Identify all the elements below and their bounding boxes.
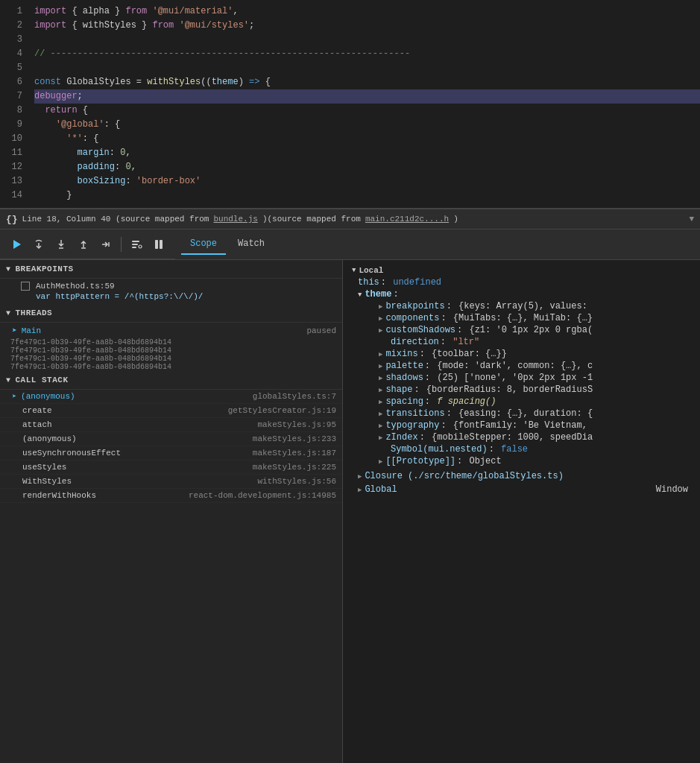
callstack-list: ➤(anonymous)globalStyles.ts:7creategetSt… [0,390,342,503]
scope-this-val: undefined [393,277,441,288]
breakpoints-header[interactable]: Breakpoints [0,260,342,279]
callstack-fn-1: create [22,406,52,415]
scope-shape-colon: : [414,384,424,395]
scope-theme-colon: : [393,289,398,300]
controls-divider [121,237,122,252]
step-into-button[interactable] [51,234,72,255]
scope-closure: ▶ Closure (./src/theme/globalStyles.ts) [349,470,694,482]
scope-symbol: Symbol(mui.nested) : false [370,443,694,455]
scope-mix-tri[interactable]: ▶ [379,350,382,358]
scope-shad-val: (25) ['none', '0px 2px 1px -1 [437,373,593,383]
callstack-item-7[interactable]: renderWithHooksreact-dom.development.js:… [0,489,342,503]
scope-pal-tri[interactable]: ▶ [379,362,382,370]
svg-marker-0 [13,240,21,249]
callstack-item-3[interactable]: (anonymous)makeStyles.js:233 [0,432,342,446]
step-over-button[interactable] [28,234,49,255]
scope-shadows: ▶ shadows : (25) ['none', '0px 2px 1px -… [370,372,694,384]
scope-closure-tri[interactable]: ▶ [358,472,362,481]
scope-components: ▶ components : {MuiTabs: {…}, MuiTab: {…… [370,312,694,324]
status-brackets: {} [6,214,18,225]
scope-mix-colon: : [420,349,430,359]
scope-typo-colon: : [441,420,451,431]
thread-id-1: 7fe479c1-0b39-49fe-aa8b-048bd6894b14 [0,338,342,346]
scope-comp-tri[interactable]: ▶ [379,314,382,323]
breakpoints-arrow [6,265,11,273]
callstack-item-6[interactable]: WithStyleswithStyles.js:56 [0,475,342,489]
callstack-item-5[interactable]: useStylesmakeStyles.js:225 [0,460,342,475]
svg-rect-6 [155,240,158,249]
scope-theme-tri[interactable]: ▼ [358,291,362,299]
breakpoints-title: Breakpoints [16,265,74,273]
scope-comp-val: {MuiTabs: {…}, MuiTab: {…} [453,313,593,323]
callstack-file-1: getStylesCreator.js:19 [228,406,336,415]
callstack-fn-5: useStyles [22,463,66,472]
breakpoint-checkbox[interactable] [21,282,30,291]
scope-global-tri[interactable]: ▶ [358,486,362,494]
threads-header[interactable]: Threads [0,304,342,323]
pause-button[interactable] [148,234,169,255]
scope-trans-tri[interactable]: ▶ [379,410,382,418]
code-line-9: '@global': { [34,118,700,132]
edit-button[interactable] [126,234,147,255]
scope-global-val: Window [656,484,688,495]
scope-sym-val: false [501,444,528,455]
scope-trans-colon: : [447,408,457,419]
resume-button[interactable] [6,234,27,255]
right-panel: ▼ Local this : undefined ▼ theme : ▶ bre… [343,260,700,763]
callstack-item-4[interactable]: useSynchronousEffectmakeStyles.js:187 [0,446,342,460]
scope-proto-val: Object [469,456,501,466]
scope-typo-tri[interactable]: ▶ [379,422,382,430]
scope-bp-tri[interactable]: ▶ [379,303,382,311]
callstack-item-0[interactable]: ➤(anonymous)globalStyles.ts:7 [0,390,342,404]
code-line-2: import { withStyles } from '@mui/styles'… [34,19,700,33]
code-line-14: } [34,189,700,203]
callstack-fn-3: (anonymous) [22,434,77,443]
scope-shape: ▶ shape : {borderRadius: 8, borderRadius… [370,384,694,396]
scope-shad-tri[interactable]: ▶ [379,374,382,382]
code-line-3 [34,33,700,47]
code-content: import { alpha } from '@mui/material',im… [28,0,700,208]
scope-transitions: ▶ transitions : {easing: {…}, duration: … [370,408,694,420]
scope-zi-tri[interactable]: ▶ [379,434,382,442]
callstack-file-2: makeStyles.js:95 [257,420,336,429]
status-link1[interactable]: bundle.js [213,215,257,224]
scope-closure-key: Closure (./src/theme/globalStyles.ts) [365,471,563,481]
scope-mix-val: {toolbar: {…}} [432,349,507,359]
scope-spacing: ▶ spacing : f spacing() [370,396,694,408]
scope-bp-colon: : [447,301,457,311]
callstack-current-icon: ➤ [12,392,16,401]
scope-bp-val: {keys: Array(5), values: [458,301,587,311]
breakpoint-code: var httpPattern = /^(https?:\/\/)/ [21,292,336,301]
code-line-10: '*': { [34,132,700,146]
scope-sym-colon: : [489,444,499,455]
status-link2[interactable]: main.c211d2c....h [365,215,449,224]
line-numbers: 1 2 3 4 5 6 7 8 9 10 11 12 13 14 [0,0,28,208]
panel-header-row: Scope Watch [0,229,700,260]
main-panel: Breakpoints AuthMethod.ts:59 var httpPat… [0,260,700,763]
code-line-4: // -------------------------------------… [34,47,700,61]
callstack-item-1[interactable]: creategetStylesCreator.js:19 [0,404,342,418]
scope-bp-key: breakpoints [385,301,444,311]
scope-shape-tri[interactable]: ▶ [379,386,382,394]
thread-main[interactable]: ➤ Main paused [0,323,342,338]
callstack-file-6: withStyles.js:56 [257,477,336,486]
scope-proto-tri[interactable]: ▶ [379,458,382,466]
scope-sp-colon: : [425,396,435,407]
tab-scope[interactable]: Scope [181,234,226,255]
callstack-header[interactable]: Call Stack [0,371,342,390]
callstack-title: Call Stack [16,376,69,384]
status-icon[interactable]: ▼ [689,215,694,224]
step-out-button[interactable] [73,234,94,255]
scope-sp-tri[interactable]: ▶ [379,398,382,406]
scope-palette: ▶ palette : {mode: 'dark', common: {…}, … [370,360,694,372]
scope-dir-key: direction [391,337,439,347]
callstack-fn-7: renderWithHooks [22,491,96,500]
tab-watch[interactable]: Watch [229,234,274,255]
scope-mixins: ▶ mixins : {toolbar: {…}} [370,348,694,360]
callstack-item-2[interactable]: attachmakeStyles.js:95 [0,418,342,432]
callstack-arrow [6,376,11,384]
scope-cs-tri[interactable]: ▶ [379,326,382,335]
scope-global: ▶ Global Window [349,484,694,496]
thread-id-2: 7fe479c1-0b39-49fe-aa8b-048bd6894b14 [0,346,342,355]
step-button[interactable] [95,234,116,255]
